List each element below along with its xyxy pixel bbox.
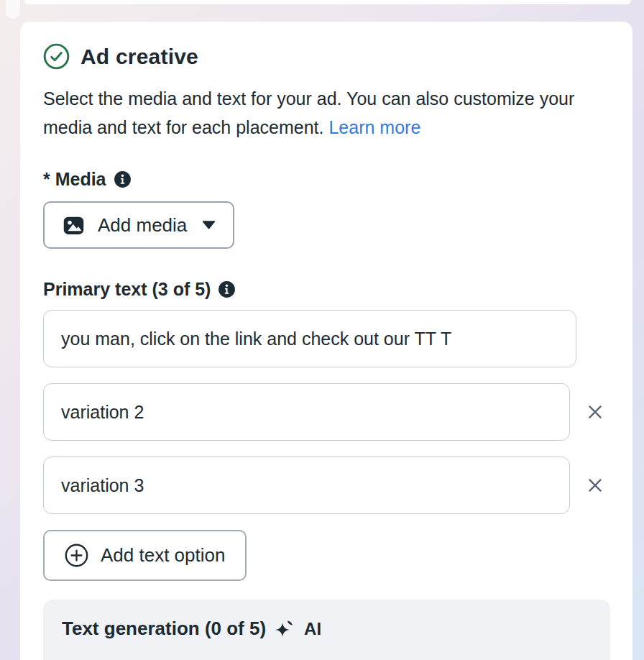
text-generation-section: Text generation (0 of 5) AI — [43, 600, 610, 660]
media-label: * Media — [43, 169, 106, 190]
ai-sparkle-icon — [275, 619, 294, 638]
chevron-down-icon — [202, 221, 216, 229]
add-media-label: Add media — [98, 214, 187, 237]
remove-option-button[interactable] — [581, 471, 610, 500]
close-icon — [586, 403, 604, 421]
ad-creative-card: Ad creative Select the media and text fo… — [20, 22, 632, 660]
top-left-tab — [6, 0, 20, 19]
ai-label: AI — [304, 619, 321, 639]
info-icon[interactable] — [114, 170, 132, 188]
image-icon — [62, 214, 86, 237]
media-label-row: * Media — [43, 169, 610, 190]
check-circle-icon — [43, 43, 70, 70]
plus-circle-icon — [65, 544, 88, 567]
learn-more-link[interactable]: Learn more — [328, 117, 420, 137]
text-generation-label: Text generation (0 of 5) — [62, 618, 266, 640]
page-title: Ad creative — [80, 45, 198, 69]
description-text: Select the media and text for your ad. Y… — [43, 88, 574, 137]
remove-option-button[interactable] — [581, 398, 610, 426]
add-media-button[interactable]: Add media — [43, 201, 234, 249]
primary-text-label-row: Primary text (3 of 5) — [43, 279, 610, 300]
primary-text-input-2[interactable] — [43, 383, 570, 441]
previous-card-bottom-edge — [24, 0, 631, 4]
card-header: Ad creative — [43, 43, 610, 70]
section-description: Select the media and text for your ad. Y… — [43, 84, 576, 142]
primary-text-label: Primary text (3 of 5) — [43, 279, 211, 300]
close-icon — [586, 476, 604, 495]
info-icon[interactable] — [218, 280, 236, 298]
primary-text-input-3[interactable] — [43, 457, 570, 514]
text-generation-header: Text generation (0 of 5) AI — [62, 618, 592, 640]
add-text-option-label: Add text option — [101, 544, 225, 567]
primary-text-option-row — [43, 310, 610, 367]
primary-text-option-row — [43, 383, 610, 441]
primary-text-option-row — [43, 457, 610, 514]
primary-text-input-1[interactable] — [43, 310, 576, 367]
add-text-option-button[interactable]: Add text option — [43, 530, 247, 581]
